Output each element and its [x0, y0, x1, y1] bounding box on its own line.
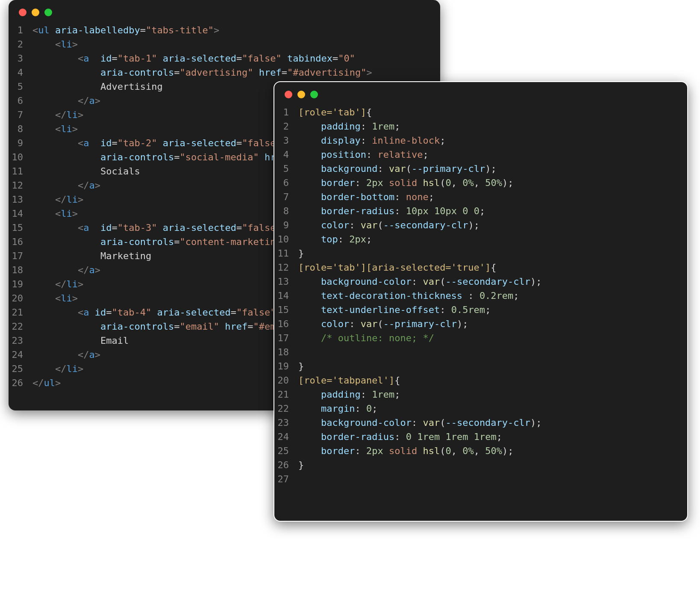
- line-number: 16: [9, 235, 32, 249]
- code-line: 7 border-bottom: none;: [274, 190, 687, 204]
- line-number: 2: [274, 119, 298, 133]
- code-content: margin: 0;: [298, 401, 687, 416]
- line-number: 4: [274, 148, 298, 162]
- line-number: 26: [274, 458, 298, 472]
- code-line: 23 background-color: var(--secondary-clr…: [274, 416, 687, 430]
- line-number: 1: [274, 105, 298, 119]
- code-content: top: 2px;: [298, 232, 687, 246]
- code-content: background: var(--primary-clr);: [298, 162, 687, 176]
- line-number: 18: [274, 345, 298, 359]
- code-content: color: var(--secondary-clr);: [298, 218, 687, 232]
- line-number: 13: [274, 275, 298, 289]
- titlebar: [9, 0, 440, 21]
- code-line: 19}: [274, 359, 687, 373]
- close-icon[interactable]: [19, 9, 26, 16]
- line-number: 24: [274, 430, 298, 444]
- code-content: }: [298, 359, 687, 373]
- line-number: 19: [9, 277, 32, 291]
- line-number: 2: [9, 37, 32, 51]
- line-number: 18: [9, 263, 32, 277]
- line-number: 6: [9, 94, 32, 108]
- code-line: 2 padding: 1rem;: [274, 119, 687, 133]
- line-number: 5: [274, 162, 298, 176]
- line-number: 19: [274, 359, 298, 373]
- code-line: 11}: [274, 246, 687, 260]
- code-line: 26}: [274, 458, 687, 472]
- line-number: 20: [9, 291, 32, 305]
- line-number: 14: [9, 207, 32, 221]
- line-number: 22: [274, 401, 298, 416]
- code-content: border: 2px solid hsl(0, 0%, 50%);: [298, 444, 687, 458]
- code-content: [role='tabpanel']{: [298, 373, 687, 387]
- line-number: 11: [9, 164, 32, 178]
- line-number: 3: [274, 133, 298, 148]
- line-number: 7: [9, 108, 32, 122]
- zoom-icon[interactable]: [310, 91, 318, 98]
- line-number: 27: [274, 472, 298, 486]
- minimize-icon[interactable]: [32, 9, 39, 16]
- code-line: 6 border: 2px solid hsl(0, 0%, 50%);: [274, 176, 687, 190]
- code-content: color: var(--primary-clr);: [298, 317, 687, 331]
- code-content: background-color: var(--secondary-clr);: [298, 416, 687, 430]
- code-line: 9 color: var(--secondary-clr);: [274, 218, 687, 232]
- code-content: [298, 472, 687, 486]
- line-number: 3: [9, 51, 32, 65]
- code-content: border-radius: 10px 10px 0 0;: [298, 204, 687, 218]
- code-content: border-bottom: none;: [298, 190, 687, 204]
- line-number: 24: [9, 348, 32, 362]
- code-content: display: inline-block;: [298, 133, 687, 148]
- close-icon[interactable]: [285, 91, 292, 98]
- line-number: 5: [9, 80, 32, 94]
- code-window-css: 1[role='tab']{2 padding: 1rem;3 display:…: [274, 81, 688, 522]
- line-number: 13: [9, 192, 32, 207]
- line-number: 7: [274, 190, 298, 204]
- code-content: /* outline: none; */: [298, 331, 687, 345]
- line-number: 20: [274, 373, 298, 387]
- code-content: <ul aria-labelledby="tabs-title">: [32, 23, 440, 37]
- code-line: 18: [274, 345, 687, 359]
- code-content: background-color: var(--secondary-clr);: [298, 275, 687, 289]
- code-content: position: relative;: [298, 148, 687, 162]
- code-line: 13 background-color: var(--secondary-clr…: [274, 275, 687, 289]
- titlebar: [274, 82, 687, 103]
- line-number: 1: [9, 23, 32, 37]
- code-line: 27: [274, 472, 687, 486]
- line-number: 25: [9, 362, 32, 376]
- code-content: }: [298, 458, 687, 472]
- line-number: 14: [274, 289, 298, 303]
- code-line: 24 border-radius: 0 1rem 1rem 1rem;: [274, 430, 687, 444]
- line-number: 17: [9, 249, 32, 263]
- code-line: 25 border: 2px solid hsl(0, 0%, 50%);: [274, 444, 687, 458]
- code-content: text-underline-offset: 0.5rem;: [298, 303, 687, 317]
- line-number: 21: [9, 305, 32, 319]
- code-line: 4 aria-controls="advertising" href="#adv…: [9, 65, 440, 80]
- line-number: 22: [9, 319, 32, 334]
- line-number: 23: [9, 334, 32, 348]
- code-content: padding: 1rem;: [298, 119, 687, 133]
- line-number: 26: [9, 376, 32, 390]
- line-number: 10: [274, 232, 298, 246]
- zoom-icon[interactable]: [44, 9, 52, 16]
- line-number: 9: [9, 136, 32, 150]
- code-content: <a id="tab-1" aria-selected="false" tabi…: [32, 51, 440, 65]
- code-line: 10 top: 2px;: [274, 232, 687, 246]
- line-number: 15: [274, 303, 298, 317]
- code-line: 16 color: var(--primary-clr);: [274, 317, 687, 331]
- line-number: 25: [274, 444, 298, 458]
- code-line: 1<ul aria-labelledby="tabs-title">: [9, 23, 440, 37]
- line-number: 12: [274, 260, 298, 275]
- code-content: text-decoration-thickness : 0.2rem;: [298, 289, 687, 303]
- code-line: 22 margin: 0;: [274, 401, 687, 416]
- code-content: [298, 345, 687, 359]
- code-line: 2 <li>: [9, 37, 440, 51]
- code-line: 1[role='tab']{: [274, 105, 687, 119]
- code-line: 15 text-underline-offset: 0.5rem;: [274, 303, 687, 317]
- minimize-icon[interactable]: [297, 91, 305, 98]
- line-number: 10: [9, 150, 32, 164]
- code-editor[interactable]: 1[role='tab']{2 padding: 1rem;3 display:…: [274, 103, 687, 496]
- code-line: 5 background: var(--primary-clr);: [274, 162, 687, 176]
- code-content: [role='tab']{: [298, 105, 687, 119]
- line-number: 6: [274, 176, 298, 190]
- line-number: 15: [9, 221, 32, 235]
- code-line: 8 border-radius: 10px 10px 0 0;: [274, 204, 687, 218]
